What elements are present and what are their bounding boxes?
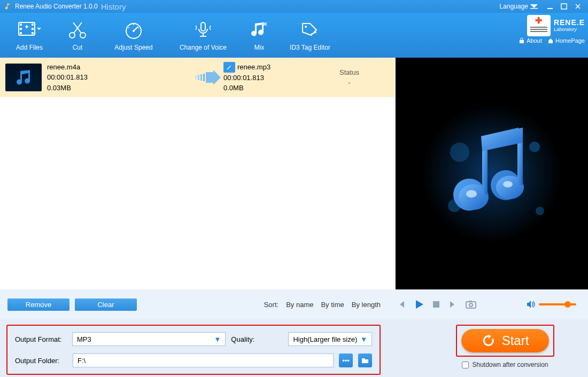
shutdown-checkbox-input[interactable] xyxy=(462,362,469,368)
play-button[interactable] xyxy=(414,299,424,310)
player-controls xyxy=(391,299,582,310)
svg-point-33 xyxy=(466,190,477,198)
start-area: Start Shutdown after conversion xyxy=(429,325,582,368)
output-format-select[interactable]: MP3 ▼ xyxy=(72,332,226,346)
svg-rect-8 xyxy=(32,28,34,30)
sort-by-name[interactable]: By name xyxy=(286,301,313,309)
chevron-down-icon: ▼ xyxy=(214,335,221,343)
svg-rect-35 xyxy=(433,301,439,308)
minimize-button[interactable] xyxy=(544,2,556,11)
language-label: Language xyxy=(500,3,528,10)
remove-button[interactable]: Remove xyxy=(7,299,69,311)
bottom-panel: Output Format: MP3 ▼ Quality: High(Large… xyxy=(0,319,588,377)
brand-box: RENE.E Laboratory About HomePage xyxy=(519,15,585,44)
output-folder-value: F:\ xyxy=(78,357,86,365)
sort-by-length[interactable]: By length xyxy=(352,301,381,309)
brand-sub: Laboratory xyxy=(554,27,585,33)
app-title: Renee Audio Converter 1.0.0 xyxy=(15,3,98,10)
edit-icon[interactable] xyxy=(223,62,235,73)
mix-label: Mix xyxy=(254,44,265,51)
adjust-speed-button[interactable]: Adjust Speed xyxy=(102,17,166,53)
clear-button[interactable]: Clear xyxy=(75,299,137,311)
svg-rect-24 xyxy=(422,104,561,243)
snapshot-button[interactable] xyxy=(465,300,477,309)
homepage-label: HomePage xyxy=(555,37,585,44)
svg-rect-17 xyxy=(201,22,205,31)
scissors-icon xyxy=(67,19,88,41)
svg-rect-19 xyxy=(520,40,524,43)
prev-button[interactable] xyxy=(397,300,406,309)
svg-rect-5 xyxy=(20,28,22,30)
start-highlight: Start xyxy=(456,325,555,357)
title-bar: Renee Audio Converter 1.0.0 History Lang… xyxy=(0,0,588,13)
svg-rect-22 xyxy=(200,74,202,81)
brand-logo-icon xyxy=(527,15,551,36)
app-icon xyxy=(4,3,12,10)
svg-point-28 xyxy=(536,207,544,215)
main-toolbar: Add Files Cut Adjust Speed Change of Voi… xyxy=(0,13,588,58)
svg-point-14 xyxy=(128,27,129,28)
sort-label: Sort: xyxy=(264,301,278,309)
lock-icon xyxy=(519,37,525,44)
svg-rect-0 xyxy=(530,8,538,9)
svg-point-13 xyxy=(133,30,135,32)
status-column: Status - xyxy=(309,68,390,87)
svg-point-15 xyxy=(133,24,134,25)
empty-list-area xyxy=(0,97,395,289)
adjust-speed-label: Adjust Speed xyxy=(114,44,152,51)
output-folder-input[interactable]: F:\ xyxy=(73,354,334,367)
tag-icon xyxy=(299,19,321,41)
gauge-icon xyxy=(123,19,144,41)
change-voice-button[interactable]: Change of Voice xyxy=(166,17,241,53)
chevron-down-icon xyxy=(530,4,538,9)
svg-point-34 xyxy=(503,181,513,187)
about-link[interactable]: About xyxy=(519,37,542,44)
open-folder-button[interactable] xyxy=(358,354,372,367)
svg-rect-23 xyxy=(203,74,205,81)
history-link[interactable]: History xyxy=(101,2,126,11)
cut-button[interactable]: Cut xyxy=(53,17,102,53)
dest-filename: renee.mp3 xyxy=(237,62,270,73)
svg-point-25 xyxy=(450,143,469,162)
language-menu[interactable]: Language xyxy=(500,3,538,10)
svg-point-37 xyxy=(469,303,473,307)
svg-rect-4 xyxy=(20,23,22,26)
file-row[interactable]: renee.m4a 00:00:01.813 0.03MB renee.mp3 … xyxy=(0,58,395,97)
stop-button[interactable] xyxy=(432,300,440,309)
add-files-button[interactable]: Add Files xyxy=(5,17,53,53)
mix-icon xyxy=(250,19,269,41)
add-files-label: Add Files xyxy=(16,44,43,51)
dest-info: renee.mp3 00:00:01.813 0.0MB xyxy=(223,62,309,93)
shutdown-label: Shutdown after conversion xyxy=(472,361,548,368)
mix-button[interactable]: Mix xyxy=(241,17,278,53)
svg-rect-38 xyxy=(469,301,472,302)
main-area: renee.m4a 00:00:01.813 0.03MB renee.mp3 … xyxy=(0,58,588,289)
homepage-link[interactable]: HomePage xyxy=(547,37,585,44)
svg-rect-9 xyxy=(32,32,34,34)
output-format-label: Output Format: xyxy=(15,335,67,343)
about-label: About xyxy=(527,37,542,44)
maximize-button[interactable] xyxy=(558,2,570,11)
dest-size: 0.0MB xyxy=(223,83,309,93)
file-list-pane: renee.m4a 00:00:01.813 0.03MB renee.mp3 … xyxy=(0,58,396,289)
close-button[interactable] xyxy=(572,2,584,11)
svg-point-16 xyxy=(138,27,139,28)
svg-point-10 xyxy=(69,33,75,38)
source-size: 0.03MB xyxy=(47,83,191,93)
volume-slider[interactable] xyxy=(539,303,576,305)
source-duration: 00:00:01.813 xyxy=(47,72,191,83)
next-button[interactable] xyxy=(448,300,458,309)
sort-by-time[interactable]: By time xyxy=(321,301,344,309)
volume-control[interactable] xyxy=(526,300,576,309)
cut-label: Cut xyxy=(73,44,83,51)
shutdown-checkbox[interactable]: Shutdown after conversion xyxy=(462,361,548,368)
quality-select[interactable]: High(Larger file size) ▼ xyxy=(288,332,372,346)
id3-label: ID3 Tag Editor xyxy=(290,44,330,51)
start-button[interactable]: Start xyxy=(461,329,550,352)
chevron-down-icon: ▼ xyxy=(360,335,367,343)
browse-button[interactable]: ••• xyxy=(339,354,353,367)
id3-editor-button[interactable]: ID3 Tag Editor xyxy=(278,17,342,53)
status-value: - xyxy=(309,78,390,87)
svg-rect-2 xyxy=(561,4,567,9)
microphone-icon xyxy=(192,19,214,41)
